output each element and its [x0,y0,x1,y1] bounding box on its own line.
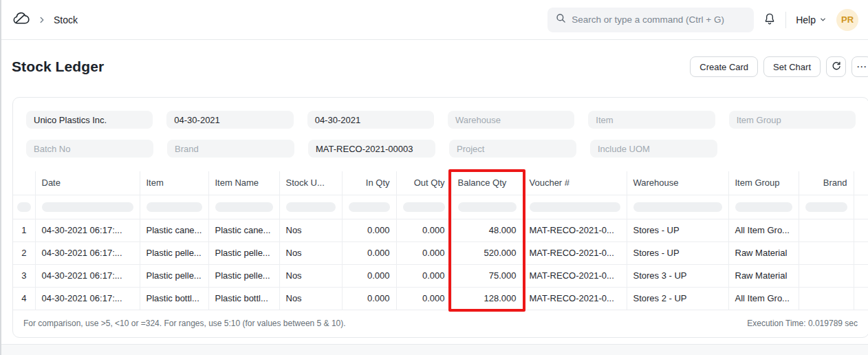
cell-stock-uom[interactable]: Nos [279,219,342,241]
datatable: Date Item Item Name Stock U... In Qty Ou… [13,171,868,310]
column-header-warehouse[interactable]: Warehouse [627,171,728,195]
cell-out-qty[interactable]: 0.000 [396,219,451,241]
set-chart-button[interactable]: Set Chart [763,56,821,77]
notifications-button[interactable] [763,12,776,28]
skeleton-pill [215,202,273,212]
column-filter-cell[interactable] [451,195,523,219]
cell-stock-uom[interactable]: Nos [279,241,342,264]
report-card: Unico Plastics Inc. 04-30-2021 04-30-202… [12,97,868,338]
cell-in-qty[interactable]: 0.000 [342,287,396,310]
cell-voucher[interactable]: MAT-RECO-2021-0... [523,219,627,241]
cell-out-qty[interactable]: 0.000 [396,287,451,310]
cell-filler [854,241,868,264]
filter-from-date[interactable]: 04-30-2021 [166,111,293,129]
cell-item-group[interactable]: All Item Gro... [728,219,799,241]
column-filter-cell[interactable] [35,195,140,219]
search-input[interactable] [572,14,746,25]
filter-include-uom[interactable]: Include UOM [590,140,717,158]
filter-project[interactable]: Project [449,140,576,158]
refresh-button[interactable] [826,56,846,77]
cell-date[interactable]: 04-30-2021 06:17:... [35,287,140,310]
cell-voucher[interactable]: MAT-RECO-2021-0... [523,241,627,264]
cell-item-name[interactable]: Plastic pelle... [208,264,279,287]
cell-date[interactable]: 04-30-2021 06:17:... [35,241,140,264]
cell-item-group[interactable]: Raw Material [728,264,799,287]
column-filter-cell[interactable] [396,195,451,219]
cell-item[interactable]: Plastic pelle... [140,264,208,287]
column-header-voucher[interactable]: Voucher # [523,171,627,195]
cell-item[interactable]: Plastic bottl... [140,287,208,310]
column-header-brand[interactable]: Brand [799,171,854,195]
cell-item-name[interactable]: Plastic bottl... [208,287,279,310]
filter-warehouse[interactable]: Warehouse [448,111,574,129]
page-actions: Create Card Set Chart ⋯ [690,56,868,77]
cell-item-group[interactable]: Raw Material [728,241,799,264]
filter-voucher-no[interactable]: MAT-RECO-2021-00003 [308,140,435,158]
column-filter-cell[interactable] [799,195,854,219]
cell-in-qty[interactable]: 0.000 [342,264,396,287]
cell-filler [854,219,868,241]
cell-item-name[interactable]: Plastic pelle... [208,241,279,264]
create-card-button[interactable]: Create Card [690,56,758,77]
filter-to-date[interactable]: 04-30-2021 [307,111,434,129]
column-filter-cell[interactable] [523,195,627,219]
cell-warehouse[interactable]: Stores 3 - UP [627,264,728,287]
cell-stock-uom[interactable]: Nos [279,264,342,287]
cell-date[interactable]: 04-30-2021 06:17:... [35,219,140,241]
app-logo[interactable] [12,10,30,29]
help-menu[interactable]: Help [796,14,827,25]
column-filter-cell[interactable] [728,195,799,219]
cell-balance-qty[interactable]: 128.000 [451,287,523,310]
cell-item-group[interactable]: All Item Gro... [728,287,799,310]
breadcrumb-item-stock[interactable]: Stock [54,14,78,25]
cell-brand[interactable] [799,219,854,241]
cell-date[interactable]: 04-30-2021 06:17:... [35,264,140,287]
column-header-item[interactable]: Item [140,171,208,195]
column-filter-cell[interactable] [627,195,728,219]
table-row: 3 04-30-2021 06:17:... Plastic pelle... … [13,264,868,287]
cell-warehouse[interactable]: Stores - UP [627,219,728,241]
column-filter-cell[interactable] [140,195,208,219]
column-filter-cell[interactable] [208,195,279,219]
filter-item[interactable]: Item [588,111,715,129]
cell-item[interactable]: Plastic cane... [140,219,208,241]
global-search[interactable] [547,8,754,32]
cell-balance-qty[interactable]: 520.000 [451,241,523,264]
cell-warehouse[interactable]: Stores 2 - UP [627,287,728,310]
navbar: Stock Help PR [1,0,868,40]
column-filter-cell-filler [854,195,868,219]
column-header-item-group[interactable]: Item Group [728,171,799,195]
column-filter-cell[interactable] [13,195,35,219]
cell-item-name[interactable]: Plastic cane... [208,219,279,241]
column-filter-cell[interactable] [279,195,342,219]
cell-brand[interactable] [799,241,854,264]
cell-balance-qty[interactable]: 75.000 [451,264,523,287]
column-header-out-qty[interactable]: Out Qty [396,171,451,195]
cell-brand[interactable] [799,287,854,310]
cell-warehouse[interactable]: Stores - UP [627,241,728,264]
column-header-date[interactable]: Date [35,171,140,195]
table-row: 2 04-30-2021 06:17:... Plastic pelle... … [13,241,868,264]
column-filter-cell[interactable] [342,195,396,219]
more-menu-button[interactable]: ⋯ [851,56,868,77]
cell-voucher[interactable]: MAT-RECO-2021-0... [523,264,627,287]
filter-item-group[interactable]: Item Group [729,111,856,129]
column-header-item-name[interactable]: Item Name [208,171,279,195]
cell-in-qty[interactable]: 0.000 [342,241,396,264]
cell-brand[interactable] [799,264,854,287]
cell-out-qty[interactable]: 0.000 [396,264,451,287]
filter-company[interactable]: Unico Plastics Inc. [26,111,153,129]
cell-out-qty[interactable]: 0.000 [396,241,451,264]
column-header-in-qty[interactable]: In Qty [342,171,396,195]
user-avatar[interactable]: PR [836,9,858,31]
chevron-down-icon [819,14,827,25]
column-header-balance-qty[interactable]: Balance Qty [451,171,523,195]
cell-balance-qty[interactable]: 48.000 [451,219,523,241]
cell-stock-uom[interactable]: Nos [279,287,342,310]
filter-brand[interactable]: Brand [167,140,294,158]
cell-voucher[interactable]: MAT-RECO-2021-0... [523,287,627,310]
filter-batch-no[interactable]: Batch No [26,140,153,158]
column-header-stock-uom[interactable]: Stock U... [279,171,342,195]
cell-in-qty[interactable]: 0.000 [342,219,396,241]
cell-item[interactable]: Plastic pelle... [140,241,208,264]
